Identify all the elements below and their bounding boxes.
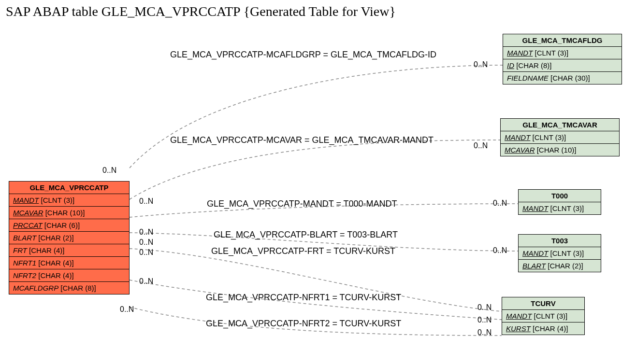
entity-header: GLE_MCA_TMCAFLDG bbox=[503, 34, 622, 47]
entity-main-field: NFRT1 [CHAR (4)] bbox=[9, 257, 129, 269]
entity-main-field: FRT [CHAR (4)] bbox=[9, 244, 129, 257]
relation-label: GLE_MCA_VPRCCATP-MANDT = T000-MANDT bbox=[207, 199, 397, 209]
entity-field: MCAVAR [CHAR (10)] bbox=[501, 144, 619, 156]
entity-main-header: GLE_MCA_VPRCCATP bbox=[9, 182, 129, 194]
entity-t003: T003 MANDT [CLNT (3)] BLART [CHAR (2)] bbox=[518, 234, 601, 272]
cardinality-label: 0..N bbox=[493, 199, 507, 208]
cardinality-label: 0..N bbox=[139, 277, 153, 286]
cardinality-label: 0..N bbox=[477, 303, 491, 312]
entity-main-field: PRCCAT [CHAR (6)] bbox=[9, 219, 129, 232]
relation-label: GLE_MCA_VPRCCATP-NFRT2 = TCURV-KURST bbox=[206, 319, 401, 329]
relation-label: GLE_MCA_VPRCCATP-BLART = T003-BLART bbox=[214, 230, 398, 240]
entity-tmcafldg: GLE_MCA_TMCAFLDG MANDT [CLNT (3)] ID [CH… bbox=[503, 34, 622, 84]
cardinality-label: 0..N bbox=[139, 238, 153, 247]
page-title: SAP ABAP table GLE_MCA_VPRCCATP {Generat… bbox=[6, 4, 396, 19]
entity-field: MANDT [CLNT (3)] bbox=[502, 310, 584, 322]
relation-label: GLE_MCA_VPRCCATP-MCAVAR = GLE_MCA_TMCAVA… bbox=[170, 135, 434, 145]
cardinality-label: 0..N bbox=[139, 248, 153, 257]
entity-header: T003 bbox=[519, 235, 601, 247]
entity-field: FIELDNAME [CHAR (30)] bbox=[503, 72, 622, 84]
entity-field: MANDT [CLNT (3)] bbox=[501, 131, 619, 144]
cardinality-label: 0..N bbox=[139, 228, 153, 237]
entity-header: TCURV bbox=[502, 297, 584, 310]
cardinality-label: 0..N bbox=[139, 197, 153, 206]
entity-tcurv: TCURV MANDT [CLNT (3)] KURST [CHAR (4)] bbox=[502, 297, 585, 335]
entity-main-field: MCAVAR [CHAR (10)] bbox=[9, 207, 129, 219]
entity-main-field: MANDT [CLNT (3)] bbox=[9, 194, 129, 207]
cardinality-label: 0..N bbox=[493, 246, 507, 255]
cardinality-label: 0..N bbox=[102, 166, 116, 175]
entity-main-field: MCAFLDGRP [CHAR (8)] bbox=[9, 282, 129, 294]
entity-field: MANDT [CLNT (3)] bbox=[503, 47, 622, 59]
relation-label: GLE_MCA_VPRCCATP-NFRT1 = TCURV-KURST bbox=[206, 293, 401, 303]
entity-main: GLE_MCA_VPRCCATP MANDT [CLNT (3)] MCAVAR… bbox=[9, 181, 130, 294]
cardinality-label: 0..N bbox=[477, 328, 491, 337]
entity-main-field: BLART [CHAR (2)] bbox=[9, 232, 129, 244]
relation-label: GLE_MCA_VPRCCATP-FRT = TCURV-KURST bbox=[211, 246, 395, 256]
entity-field: MANDT [CLNT (3)] bbox=[519, 202, 601, 214]
cardinality-label: 0..N bbox=[477, 316, 491, 324]
entity-t000: T000 MANDT [CLNT (3)] bbox=[518, 189, 601, 215]
entity-field: KURST [CHAR (4)] bbox=[502, 322, 584, 335]
cardinality-label: 0..N bbox=[474, 60, 488, 69]
entity-tmcavar: GLE_MCA_TMCAVAR MANDT [CLNT (3)] MCAVAR … bbox=[500, 118, 620, 156]
entity-main-field: NFRT2 [CHAR (4)] bbox=[9, 269, 129, 282]
relation-label: GLE_MCA_VPRCCATP-MCAFLDGRP = GLE_MCA_TMC… bbox=[170, 50, 436, 60]
cardinality-label: 0..N bbox=[120, 305, 134, 314]
entity-header: T000 bbox=[519, 190, 601, 202]
entity-field: MANDT [CLNT (3)] bbox=[519, 247, 601, 260]
cardinality-label: 0..N bbox=[474, 141, 488, 150]
entity-field: ID [CHAR (8)] bbox=[503, 59, 622, 72]
entity-header: GLE_MCA_TMCAVAR bbox=[501, 119, 619, 131]
entity-field: BLART [CHAR (2)] bbox=[519, 260, 601, 272]
